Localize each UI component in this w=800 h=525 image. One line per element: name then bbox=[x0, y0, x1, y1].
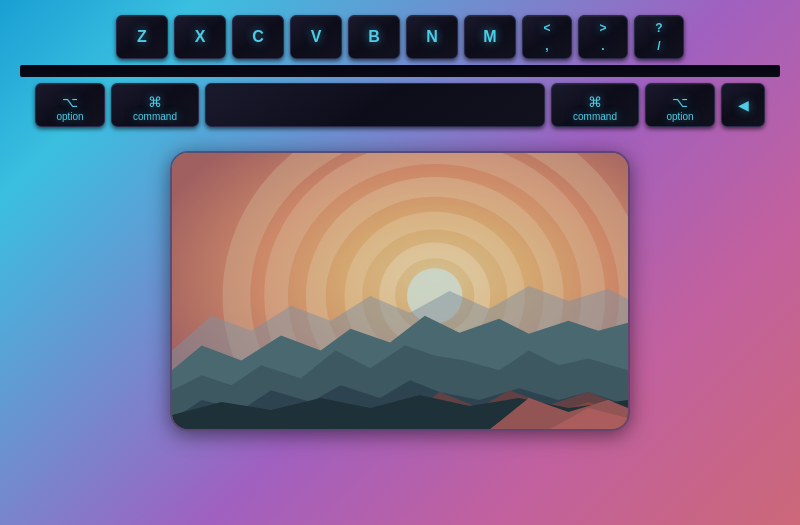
trackpad[interactable] bbox=[170, 151, 630, 431]
key-m[interactable]: M bbox=[464, 15, 516, 59]
laptop-body: Z X C V B N M < , > . ? / bbox=[0, 0, 800, 525]
modifier-spacebar-row: ⌥ option ⌘ command ⌘ command ⌥ option ◀ bbox=[0, 83, 800, 127]
key-slash-question[interactable]: ? / bbox=[634, 15, 684, 59]
arrow-left-key[interactable]: ◀ bbox=[721, 83, 765, 127]
trackpad-wallpaper bbox=[172, 153, 628, 429]
keyboard-base-strip bbox=[20, 65, 780, 77]
key-c[interactable]: C bbox=[232, 15, 284, 59]
key-period-greater[interactable]: > . bbox=[578, 15, 628, 59]
right-command-key[interactable]: ⌘ command bbox=[551, 83, 639, 127]
letter-key-row: Z X C V B N M < , > . ? / bbox=[0, 15, 800, 59]
keyboard-area: Z X C V B N M < , > . ? / bbox=[0, 0, 800, 141]
key-comma-less[interactable]: < , bbox=[522, 15, 572, 59]
key-x[interactable]: X bbox=[174, 15, 226, 59]
key-b[interactable]: B bbox=[348, 15, 400, 59]
right-option-key[interactable]: ⌥ option bbox=[645, 83, 715, 127]
wallpaper-svg bbox=[172, 153, 628, 429]
key-v[interactable]: V bbox=[290, 15, 342, 59]
left-command-key[interactable]: ⌘ command bbox=[111, 83, 199, 127]
key-z[interactable]: Z bbox=[116, 15, 168, 59]
left-option-key[interactable]: ⌥ option bbox=[35, 83, 105, 127]
trackpad-area bbox=[0, 141, 800, 451]
spacebar-key[interactable] bbox=[205, 83, 545, 127]
key-n[interactable]: N bbox=[406, 15, 458, 59]
